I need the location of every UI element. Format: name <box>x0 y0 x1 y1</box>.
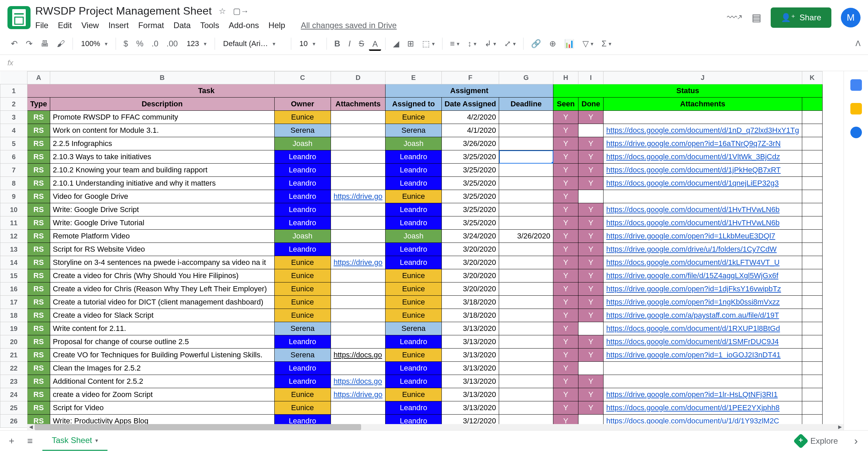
cell-assigned[interactable]: Eunice <box>386 296 442 309</box>
row-14[interactable]: 14 <box>0 256 27 269</box>
cell-k[interactable] <box>802 230 822 243</box>
cell-deadline[interactable] <box>499 124 553 137</box>
comments-icon[interactable]: ▤ <box>752 12 761 23</box>
cell-k[interactable] <box>802 203 822 216</box>
row-19[interactable]: 19 <box>0 322 27 335</box>
cell-deadline[interactable] <box>499 309 553 322</box>
cell-seen[interactable]: Y <box>553 150 578 164</box>
cell-date-assigned[interactable]: 3/20/2020 <box>442 282 499 296</box>
row-6[interactable]: 6 <box>0 150 27 164</box>
cell-done[interactable]: Y <box>578 216 604 230</box>
row-5[interactable]: 5 <box>0 137 27 150</box>
cell-date-assigned[interactable]: 3/13/2020 <box>442 401 499 415</box>
undo-button[interactable]: ↶ <box>7 36 21 51</box>
cell-deadline[interactable] <box>499 137 553 150</box>
cell-date-assigned[interactable]: 3/13/2020 <box>442 322 499 335</box>
row-11[interactable]: 11 <box>0 216 27 230</box>
sub-att[interactable]: Attachments <box>331 98 385 111</box>
sub-deadline[interactable]: Deadline <box>499 98 553 111</box>
header-status[interactable]: Status <box>553 84 823 98</box>
cell-seen[interactable]: Y <box>553 190 578 203</box>
cell-link[interactable]: https://docs.google.com/document/d/1PEE2… <box>604 401 802 415</box>
cell-deadline[interactable] <box>499 401 553 415</box>
row-15[interactable]: 15 <box>0 269 27 282</box>
cell-assigned[interactable]: Leandro <box>386 164 442 177</box>
cell-seen[interactable]: Y <box>553 203 578 216</box>
cell-k[interactable] <box>802 137 822 150</box>
filter-button[interactable]: ▽ <box>579 36 597 51</box>
cell-assigned[interactable]: Leandro <box>386 256 442 269</box>
cell-done[interactable]: Y <box>578 401 604 415</box>
cell-link[interactable]: https://docs.google.com/document/d/1VltW… <box>604 150 802 164</box>
cell-owner[interactable]: Serena <box>274 322 331 335</box>
cell-assigned[interactable]: Eunice <box>386 111 442 124</box>
cell-k[interactable] <box>802 164 822 177</box>
cell-owner[interactable]: Eunice <box>274 388 331 401</box>
cell-done[interactable] <box>578 362 604 375</box>
cell-link[interactable] <box>604 375 802 388</box>
cell-k[interactable] <box>802 190 822 203</box>
calendar-icon[interactable] <box>850 79 862 91</box>
rotate-button[interactable]: ⤢ <box>501 36 519 51</box>
scroll-tabs-right-button[interactable]: › <box>849 435 863 447</box>
cell-date-assigned[interactable]: 3/20/2020 <box>442 269 499 282</box>
collapse-toolbar-button[interactable]: ᐱ <box>855 39 861 48</box>
cell-att[interactable] <box>331 111 385 124</box>
cell-seen[interactable]: Y <box>553 137 578 150</box>
col-B[interactable]: B <box>50 71 274 84</box>
cell-link[interactable]: https://docs.google.com/document/d/1SMFr… <box>604 335 802 349</box>
cell-deadline[interactable] <box>499 349 553 362</box>
cell-att[interactable]: https://drive.go <box>331 190 385 203</box>
menu-view[interactable]: View <box>81 21 99 30</box>
cell-deadline[interactable] <box>499 256 553 269</box>
cell-link[interactable]: https://docs.google.com/document/d/1HvTH… <box>604 203 802 216</box>
sub-done[interactable]: Done <box>578 98 604 111</box>
halign-button[interactable]: ≡ <box>447 36 463 51</box>
cell-done[interactable]: Y <box>578 111 604 124</box>
cell-date-assigned[interactable]: 3/13/2020 <box>442 335 499 349</box>
cell-owner[interactable]: Leandro <box>274 190 331 203</box>
currency-button[interactable]: $ <box>120 36 131 51</box>
cell-desc[interactable]: Create a tutorial video for DICT (client… <box>50 296 274 309</box>
cell-owner[interactable]: Leandro <box>274 150 331 164</box>
cell-type[interactable]: RS <box>27 269 50 282</box>
row-2[interactable]: 2 <box>0 98 27 111</box>
cell-desc[interactable]: Create a video for Chris (Reason Why The… <box>50 282 274 296</box>
cell-date-assigned[interactable]: 3/25/2020 <box>442 216 499 230</box>
move-icon[interactable]: ▢→ <box>233 6 249 16</box>
functions-button[interactable]: Σ <box>598 36 615 51</box>
cell-done[interactable]: Y <box>578 203 604 216</box>
cell-deadline[interactable] <box>499 322 553 335</box>
cell-assigned[interactable]: Leandro <box>386 375 442 388</box>
cell-deadline[interactable] <box>499 335 553 349</box>
cell-k[interactable] <box>802 243 822 256</box>
menu-format[interactable]: Format <box>138 21 164 30</box>
cell-link[interactable] <box>604 111 802 124</box>
cell-link[interactable]: https://docs.google.com/document/d/1RXUP… <box>604 322 802 335</box>
cell-date-assigned[interactable]: 3/25/2020 <box>442 203 499 216</box>
row-9[interactable]: 9 <box>0 190 27 203</box>
cell-desc[interactable]: Create a video for Slack Script <box>50 309 274 322</box>
cell-assigned[interactable]: Eunice <box>386 282 442 296</box>
cell-k[interactable] <box>802 150 822 164</box>
menu-data[interactable]: Data <box>174 21 191 30</box>
cell-seen[interactable]: Y <box>553 111 578 124</box>
merge-button[interactable]: ⬚ <box>419 36 438 51</box>
cell-att[interactable] <box>331 282 385 296</box>
cell-date-assigned[interactable]: 3/25/2020 <box>442 177 499 190</box>
cell-seen[interactable]: Y <box>553 177 578 190</box>
cell-att[interactable]: https://docs.go <box>331 375 385 388</box>
cell-done[interactable]: Y <box>578 335 604 349</box>
cell-deadline[interactable]: 3/26/2020 <box>499 230 553 243</box>
row-3[interactable]: 3 <box>0 111 27 124</box>
col-A[interactable]: A <box>27 71 50 84</box>
cell-date-assigned[interactable]: 3/13/2020 <box>442 362 499 375</box>
cell-done[interactable]: Y <box>578 296 604 309</box>
cell-k[interactable] <box>802 362 822 375</box>
cell-k[interactable] <box>802 177 822 190</box>
cell-att[interactable] <box>331 177 385 190</box>
cell-owner[interactable]: Leandro <box>274 243 331 256</box>
cell-desc[interactable]: Write: Google Drive Script <box>50 203 274 216</box>
cell-type[interactable]: RS <box>27 335 50 349</box>
row-26[interactable]: 26 <box>0 415 27 428</box>
